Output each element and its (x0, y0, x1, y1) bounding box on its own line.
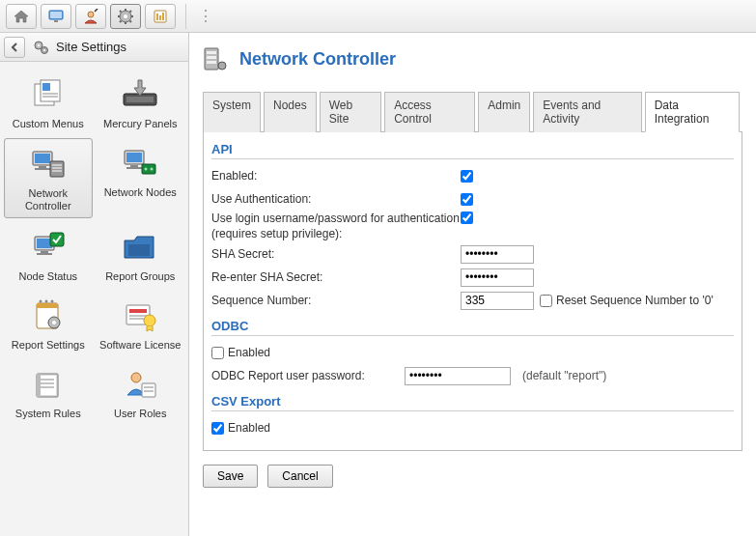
checkbox-reset-sequence[interactable] (540, 295, 552, 307)
report-icon (152, 9, 169, 24)
svg-line-11 (130, 20, 132, 22)
save-button[interactable]: Save (203, 465, 258, 488)
svg-line-13 (120, 20, 122, 22)
svg-rect-69 (142, 383, 155, 397)
svg-point-54 (50, 299, 53, 302)
svg-rect-17 (162, 13, 164, 20)
svg-rect-15 (156, 14, 158, 20)
svg-rect-74 (207, 56, 216, 59)
sidebar-item-software-license[interactable]: Software License (97, 291, 185, 355)
input-sha-secret-2[interactable] (461, 268, 534, 287)
nodes-icon (121, 144, 159, 183)
sidebar-item-custom-menus[interactable]: Custom Menus (4, 70, 93, 134)
sidebar-item-node-status[interactable]: Node Status (4, 222, 93, 287)
sidebar: Site Settings Custom Menus Mercury Panel… (0, 33, 189, 536)
checkbox-odbc-enabled[interactable] (211, 347, 224, 359)
sidebar-item-label: System Rules (15, 408, 81, 420)
sidebar-item-network-nodes[interactable]: Network Nodes (97, 138, 185, 217)
tab-access-control[interactable]: Access Control (384, 92, 475, 132)
tab-bar: System Nodes Web Site Access Control Adm… (203, 91, 742, 132)
svg-rect-67 (37, 374, 41, 397)
tab-nodes[interactable]: Nodes (264, 92, 317, 132)
svg-point-3 (88, 12, 94, 17)
home-icon (13, 9, 30, 24)
folder-chart-icon (121, 228, 159, 267)
section-title-csv: CSV Export (211, 394, 734, 411)
checkbox-api-enabled[interactable] (461, 170, 473, 183)
checkbox-use-authentication[interactable] (461, 193, 473, 206)
user-roles-icon (121, 365, 159, 404)
input-sequence-number[interactable] (461, 292, 534, 310)
gears-icon (33, 40, 50, 55)
sidebar-collapse-button[interactable] (4, 37, 25, 58)
toolbar-overflow-icon[interactable]: ⋮ (198, 7, 213, 25)
cancel-button[interactable]: Cancel (267, 465, 332, 488)
svg-point-20 (38, 43, 41, 46)
sidebar-item-label: Software License (99, 339, 181, 352)
tab-events-and-activity[interactable]: Events and Activity (533, 92, 641, 132)
page-title-row: Network Controller (203, 46, 742, 71)
sidebar-item-label: Report Settings (12, 339, 85, 352)
license-icon (121, 296, 159, 335)
toolbar-home-button[interactable] (6, 4, 37, 29)
svg-point-52 (39, 299, 42, 302)
monitor-icon (47, 9, 65, 24)
svg-rect-1 (50, 12, 62, 18)
tab-system[interactable]: System (203, 92, 261, 132)
input-sha-secret[interactable] (461, 245, 534, 264)
label-api-enabled: Enabled: (211, 169, 461, 183)
svg-point-61 (144, 315, 155, 326)
chevron-left-icon (10, 42, 19, 52)
svg-rect-16 (159, 15, 161, 20)
sidebar-title: Site Settings (56, 40, 126, 54)
svg-rect-38 (126, 153, 142, 162)
label-reset-sequence: Reset Sequence Number to '0' (556, 294, 714, 307)
sidebar-item-system-rules[interactable]: System Rules (4, 359, 93, 424)
svg-rect-49 (128, 244, 150, 256)
tab-web-site[interactable]: Web Site (320, 92, 381, 132)
svg-point-56 (52, 321, 56, 324)
sidebar-item-report-settings[interactable]: Report Settings (4, 291, 93, 355)
checkbox-use-login[interactable] (461, 212, 473, 224)
svg-rect-36 (52, 170, 62, 172)
label-use-authentication: Use Authentication: (211, 192, 461, 206)
svg-point-43 (151, 168, 154, 171)
toolbar-report-button[interactable] (145, 4, 176, 29)
toolbar-user-wizard-button[interactable] (75, 4, 106, 29)
svg-line-12 (130, 11, 132, 13)
toolbar-monitor-button[interactable] (41, 4, 71, 29)
label-odbc-password: ODBC Report user password: (211, 369, 405, 382)
sidebar-item-label: Report Groups (105, 270, 175, 283)
svg-rect-39 (130, 165, 138, 167)
svg-rect-63 (39, 376, 56, 395)
user-wizard-icon (82, 9, 99, 24)
section-title-api: API (211, 142, 734, 159)
tab-data-integration[interactable]: Data Integration (645, 92, 740, 132)
tab-admin[interactable]: Admin (478, 92, 530, 132)
svg-point-21 (43, 48, 45, 50)
server-monitor-icon (29, 145, 68, 183)
label-sequence-number: Sequence Number: (211, 294, 461, 307)
label-use-login: Use login username/password for authenti… (211, 212, 461, 241)
sidebar-item-network-controller[interactable]: Network Controller (4, 138, 93, 217)
svg-rect-31 (39, 166, 46, 168)
sidebar-item-label: User Roles (114, 408, 166, 420)
sidebar-item-report-groups[interactable]: Report Groups (97, 222, 185, 287)
svg-rect-47 (37, 253, 52, 255)
input-odbc-password[interactable] (405, 367, 511, 385)
sidebar-icon-grid: Custom Menus Mercury Panels Network Cont… (0, 62, 188, 432)
svg-rect-30 (35, 154, 50, 163)
hint-odbc-password: (default "report") (522, 369, 606, 382)
toolbar-settings-button[interactable] (110, 4, 141, 29)
sidebar-item-label: Mercury Panels (103, 118, 177, 130)
sidebar-item-user-roles[interactable]: User Roles (97, 359, 185, 424)
sidebar-item-mercury-panels[interactable]: Mercury Panels (97, 70, 185, 134)
tab-panel: API Enabled: Use Authentication: Use log… (203, 132, 742, 451)
panel-screw-icon (121, 75, 159, 114)
svg-rect-28 (126, 97, 154, 102)
svg-rect-35 (52, 167, 62, 169)
svg-rect-32 (35, 168, 50, 170)
label-sha-secret-2: Re-enter SHA Secret: (211, 270, 461, 284)
page-title: Network Controller (239, 49, 396, 70)
checkbox-csv-enabled[interactable] (211, 422, 224, 435)
